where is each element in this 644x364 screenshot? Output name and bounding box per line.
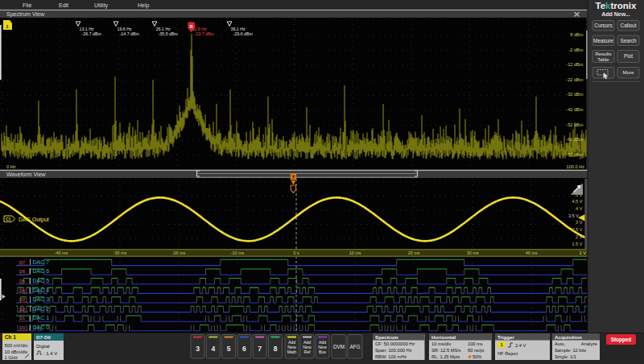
svg-text:-72 dBm: -72 dBm (566, 152, 583, 157)
svg-text:Help: Help (138, 2, 150, 9)
svg-text:2 V: 2 V (576, 234, 583, 239)
svg-text:D1: D1 (19, 316, 25, 321)
svg-text:10 ms/div: 10 ms/div (431, 341, 451, 346)
svg-text:D7-D0: D7-D0 (36, 334, 51, 340)
svg-text:More: More (622, 69, 634, 75)
svg-text:DAC Output: DAC Output (19, 217, 49, 223)
svg-text:Edit: Edit (59, 2, 68, 8)
svg-text:DAC 1: DAC 1 (33, 315, 50, 321)
svg-text:40 ms: 40 ms (526, 250, 538, 255)
svg-text:1 V: 1 V (580, 250, 587, 255)
svg-text:AFG: AFG (349, 344, 360, 350)
svg-text:DAC 5: DAC 5 (33, 278, 50, 283)
svg-text:-62 dBm: -62 dBm (566, 137, 583, 142)
svg-text:Math: Math (287, 350, 297, 354)
svg-text:2.4 V: 2.4 V (515, 343, 526, 348)
svg-text:Plot: Plot (624, 53, 633, 59)
svg-text:SR: 12.5 MS/s: SR: 12.5 MS/s (431, 348, 461, 353)
svg-text:Waveform View: Waveform View (6, 172, 47, 177)
svg-text:1 GHz: 1 GHz (5, 355, 19, 360)
svg-text:-29.6 dBm: -29.6 dBm (233, 31, 254, 36)
svg-text:D0: D0 (19, 325, 25, 330)
svg-text:-2 dBm: -2 dBm (568, 48, 583, 52)
svg-text:3.5 V: 3.5 V (568, 213, 579, 218)
svg-text:-10 ms: -10 ms (231, 250, 245, 255)
svg-text:0 s: 0 s (293, 250, 299, 255)
svg-text:Add New...: Add New... (601, 11, 630, 17)
svg-text:: 1.4 V: : 1.4 V (43, 351, 57, 356)
svg-text:D3: D3 (19, 297, 25, 302)
svg-text:-30 ms: -30 ms (114, 250, 127, 255)
svg-text:Table: Table (597, 57, 609, 62)
svg-text:39.1 Hz: 39.1 Hz (231, 27, 246, 31)
svg-text:Single: 1/1: Single: 1/1 (555, 354, 576, 359)
svg-text:Tektronix: Tektronix (596, 1, 638, 10)
svg-text:5: 5 (227, 345, 231, 353)
svg-text:Trigger: Trigger (497, 334, 515, 340)
svg-text:DAC 0: DAC 0 (33, 325, 50, 330)
svg-text:Callout: Callout (621, 23, 637, 28)
svg-text:10 dBm/div: 10 dBm/div (5, 350, 28, 354)
svg-text:13.1 Hz: 13.1 Hz (80, 27, 95, 31)
svg-text:80 ns/pt: 80 ns/pt (468, 348, 485, 353)
svg-text:3: 3 (196, 345, 200, 353)
svg-text:DVM: DVM (333, 344, 345, 350)
svg-text:RBW: 100 mHz: RBW: 100 mHz (375, 354, 407, 359)
svg-text:2.5 V: 2.5 V (572, 227, 582, 232)
svg-text:7: 7 (258, 345, 262, 353)
svg-text:Auto,: Auto, (555, 341, 566, 346)
svg-text:DAC 4: DAC 4 (33, 287, 50, 293)
svg-text:Analyze: Analyze (581, 341, 597, 346)
svg-text:4: 4 (211, 345, 215, 353)
svg-text:Digital: Digital (36, 344, 50, 349)
svg-text:RL: 1.25 Mpts: RL: 1.25 Mpts (431, 354, 460, 359)
svg-text:HF Reject: HF Reject (497, 351, 518, 356)
svg-text:4 V: 4 V (576, 206, 583, 211)
svg-text:-14.7 dBm: -14.7 dBm (120, 31, 140, 36)
svg-text:20 ms: 20 ms (408, 250, 420, 255)
svg-text:-42 dBm: -42 dBm (566, 107, 583, 112)
svg-text:19.6 Hz: 19.6 Hz (118, 27, 133, 31)
svg-text:-23.7 dBm: -23.7 dBm (195, 31, 215, 36)
svg-text:100 ms: 100 ms (468, 341, 483, 346)
svg-text:D7: D7 (19, 260, 25, 265)
svg-text:-20 ms: -20 ms (172, 250, 186, 255)
svg-text:8 dBm: 8 dBm (570, 32, 584, 37)
svg-text:D6: D6 (19, 269, 25, 274)
svg-text:500 mV/div: 500 mV/div (5, 343, 28, 348)
svg-text:DAC 7: DAC 7 (33, 259, 50, 265)
svg-text:CF: 50.0000000 Hz: CF: 50.0000000 Hz (375, 341, 415, 346)
svg-text:D4: D4 (19, 288, 25, 293)
svg-text:File: File (23, 2, 31, 8)
svg-text:-40 ms: -40 ms (55, 250, 68, 255)
svg-text:Cursors: Cursors (594, 23, 612, 28)
svg-text:Sample: 12 bits: Sample: 12 bits (555, 348, 586, 353)
svg-text:-12 dBm: -12 dBm (566, 62, 583, 67)
svg-text:Utility: Utility (94, 2, 109, 9)
svg-text:30 ms: 30 ms (467, 250, 479, 255)
svg-text:T: T (292, 174, 295, 180)
svg-text:-26.7 dBm: -26.7 dBm (82, 31, 102, 36)
svg-text:0 Hz: 0 Hz (6, 164, 16, 169)
svg-text:Bus: Bus (319, 350, 326, 354)
svg-text:50%: 50% (473, 354, 481, 359)
svg-text:26.1 Hz: 26.1 Hz (156, 27, 171, 31)
svg-text:C1: C1 (6, 217, 11, 221)
svg-text:3 V: 3 V (576, 220, 583, 225)
svg-text:Search: Search (620, 38, 637, 43)
svg-text:4.5 V: 4.5 V (572, 199, 582, 204)
svg-text:1.5 V: 1.5 V (572, 242, 582, 246)
svg-text:Ch 1: Ch 1 (5, 334, 16, 340)
svg-text:DAC 6: DAC 6 (33, 268, 50, 274)
svg-text:32.6 Hz: 32.6 Hz (192, 27, 208, 31)
svg-text:Spectrum: Spectrum (375, 334, 398, 340)
svg-text:DAC 2: DAC 2 (33, 306, 50, 312)
svg-text:Measure: Measure (593, 38, 613, 43)
svg-text:Stopped: Stopped (611, 337, 632, 343)
svg-text:6: 6 (242, 345, 246, 353)
svg-text:10 ms: 10 ms (349, 250, 361, 255)
svg-text:-52 dBm: -52 dBm (566, 122, 583, 127)
svg-text:Ref: Ref (303, 350, 311, 354)
svg-text:Spectrum View: Spectrum View (6, 11, 45, 18)
svg-text:Horizontal: Horizontal (431, 334, 456, 340)
